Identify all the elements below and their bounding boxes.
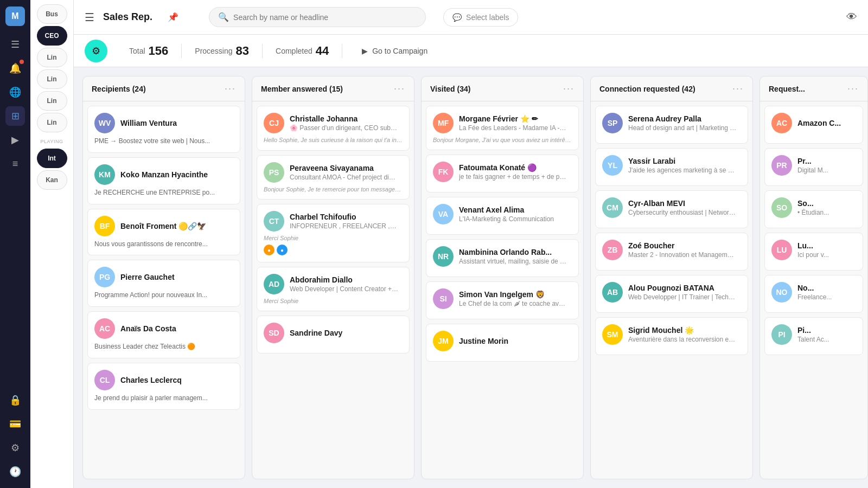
card-zoe[interactable]: ZB Zoé Boucher Master 2 - Innovation et …	[595, 233, 748, 271]
avatar-amazon: AC	[771, 113, 792, 133]
completed-value: 44	[316, 44, 329, 58]
card-text-koko: Je RECHERCHE une ENTREPRISE po...	[94, 188, 233, 197]
card-subtitle-serena: Head of design and art | Marketing I ...	[628, 124, 737, 132]
pin-icon[interactable]: 📌	[168, 12, 178, 22]
column-recipients: Recipients (24) ··· WV William Ventura P…	[82, 76, 245, 479]
card-serena[interactable]: SP Serena Audrey Palla Head of design an…	[595, 106, 748, 144]
campaign-label: Go to Campaign	[372, 47, 427, 55]
sidebar-icon-play[interactable]: ▶	[5, 130, 25, 150]
sidebar-icon-card[interactable]: 💳	[5, 414, 25, 434]
avatar-william: WV	[94, 113, 115, 133]
card-lu[interactable]: LU Lu... Ici pour v...	[764, 233, 863, 271]
avatar-no: NO	[771, 282, 792, 303]
card-so[interactable]: SO So... • Étudian...	[764, 190, 863, 228]
main-area: ☰ Sales Rep. 📌 🔍 💬 Select labels 👁 ⚙ Tot…	[74, 0, 868, 488]
avatar-alou: AB	[602, 282, 623, 303]
nav-chip-bus[interactable]: Bus	[37, 4, 67, 24]
processing-label: Processing	[195, 47, 232, 55]
card-justine[interactable]: JM Justine Morin	[426, 324, 579, 362]
avatar-fatoumata: FK	[433, 162, 454, 182]
col-body-recipients: WV William Ventura PME → Boostez votre s…	[83, 101, 245, 479]
card-abdorahim[interactable]: AD Abdorahim Diallo Web Developer | Cont…	[257, 267, 410, 311]
sidebar-icon-globe[interactable]: 🌐	[5, 82, 25, 102]
card-morgane[interactable]: MF Morgane Février ⭐ ✏ La Fée des Leader…	[426, 106, 579, 150]
col-title-visited: Visited (34)	[430, 85, 470, 93]
col-body-answered: CJ Christalle Johanna 🌸 Passer d'un diri…	[252, 101, 414, 479]
sidebar-icon-grid[interactable]: ⊞	[5, 106, 25, 126]
sidebar-icon-menu[interactable]: ☰	[5, 35, 25, 54]
go-to-campaign-btn[interactable]: ▶ Go to Campaign	[355, 43, 434, 59]
card-pr[interactable]: PR Pr... Digital M...	[764, 148, 863, 186]
col-more-partial[interactable]: ···	[847, 83, 859, 94]
avatar-lu: LU	[771, 240, 792, 260]
card-text-anais: Business Leader chez Teleactis 🟠	[94, 342, 233, 351]
card-subtitle-abdorahim: Web Developer | Content Creator +5...	[290, 285, 398, 293]
col-more-visited[interactable]: ···	[563, 83, 575, 94]
nav-chip-lin3[interactable]: Lin	[37, 91, 67, 111]
card-cyralban[interactable]: CM Cyr-Alban MEVI Cybersecurity enthousi…	[595, 190, 748, 228]
processing-stat: Processing 83	[182, 44, 263, 58]
sidebar-icon-list[interactable]: ≡	[5, 154, 25, 174]
col-more-recipients[interactable]: ···	[225, 83, 236, 94]
card-charles[interactable]: CL Charles Leclercq Je prend du plaisir …	[87, 363, 240, 410]
card-name-charles: Charles Leclercq	[120, 376, 182, 384]
card-christalle[interactable]: CJ Christalle Johanna 🌸 Passer d'un diri…	[257, 106, 410, 151]
card-pierre[interactable]: PG Pierre Gauchet Programme Action! pour…	[87, 260, 240, 307]
avatar-koko: KM	[94, 164, 115, 185]
col-body-connection: SP Serena Audrey Palla Head of design an…	[591, 101, 752, 479]
labels-selector[interactable]: 💬 Select labels	[443, 8, 518, 27]
stats-settings-icon[interactable]: ⚙	[85, 40, 107, 62]
card-venant[interactable]: VA Venant Axel Alima L'IA-Marketing & Co…	[426, 197, 579, 235]
card-subtitle-pi: Talent Ac...	[797, 336, 856, 343]
nav-chip-lin2[interactable]: Lin	[37, 69, 67, 89]
card-name-christalle: Christalle Johanna	[290, 114, 403, 123]
playing-label: PLAYING	[41, 139, 63, 144]
search-bar[interactable]: 🔍	[209, 7, 426, 27]
card-fatoumata[interactable]: FK Fatoumata Konaté 🟣 je te fais gagner …	[426, 155, 579, 192]
nav-chip-lin1[interactable]: Lin	[37, 48, 67, 67]
search-input[interactable]	[233, 13, 417, 22]
card-subtitle-nambinina: Assistant virtuel, mailing, saisie de do…	[459, 258, 567, 265]
avatar-so: SO	[771, 197, 792, 218]
campaign-icon: ▶	[362, 47, 368, 55]
col-more-answered[interactable]: ···	[394, 83, 405, 94]
card-charbel[interactable]: CT Charbel Tchifoufio INFOPRENEUR , FREE…	[257, 204, 410, 262]
card-alou[interactable]: AB Alou Pougnozi BATANA Web Developper |…	[595, 275, 748, 313]
card-subtitle-so: • Étudian...	[797, 209, 856, 216]
avatar-peraveena: PS	[264, 162, 284, 183]
nav-chip-ceo[interactable]: CEO	[37, 26, 67, 46]
card-pi[interactable]: PI Pi... Talent Ac...	[764, 317, 863, 355]
card-subtitle-zoe: Master 2 - Innovation et Managemen...	[628, 251, 737, 259]
sidebar-icon-clock[interactable]: 🕐	[5, 462, 25, 481]
card-peraveena[interactable]: PS Peraveena Sivayanama Consultant AMOA …	[257, 155, 410, 200]
card-name-pr: Pr...	[797, 157, 856, 165]
card-william[interactable]: WV William Ventura PME → Boostez votre s…	[87, 106, 240, 153]
nav-chip-int[interactable]: Int	[37, 149, 67, 168]
sidebar-icon-lock[interactable]: 🔒	[5, 390, 25, 410]
header-menu-icon[interactable]: ☰	[85, 11, 94, 24]
col-body-partial: AC Amazon C... PR Pr... Digital M...	[760, 101, 867, 479]
card-name-sigrid: Sigrid Mouchel 🌟	[628, 326, 741, 335]
nav-chip-kan[interactable]: Kan	[37, 170, 67, 190]
card-no[interactable]: NO No... Freelance...	[764, 275, 863, 313]
card-benoit[interactable]: BF Benoît Froment 🟡🔗🦅 Nous vous garantis…	[87, 209, 240, 256]
card-subtitle-cyralban: Cybersecurity enthousiast | Network ...	[628, 209, 737, 216]
col-body-visited: MF Morgane Février ⭐ ✏ La Fée des Leader…	[422, 101, 583, 479]
sidebar-icon-notification[interactable]: 🔔	[5, 59, 25, 78]
card-amazon[interactable]: AC Amazon C...	[764, 106, 863, 144]
app-logo[interactable]: M	[5, 7, 25, 26]
card-sigrid[interactable]: SM Sigrid Mouchel 🌟 Aventurière dans la …	[595, 317, 748, 355]
card-anais[interactable]: AC Anaïs Da Costa Business Leader chez T…	[87, 311, 240, 358]
card-yassir[interactable]: YL Yassir Larabi J'aide les agences mark…	[595, 148, 748, 186]
card-koko[interactable]: KM Koko Manzan Hyacinthe Je RECHERCHE un…	[87, 157, 240, 204]
header-view-icon[interactable]: 👁	[846, 11, 857, 23]
sidebar-icon-settings[interactable]: ⚙	[5, 438, 25, 458]
card-simon[interactable]: SI Simon Van Ingelgem 🦁 Le Chef de la co…	[426, 281, 579, 319]
card-sandrine[interactable]: SD Sandrine Davy	[257, 316, 410, 354]
card-name-nambinina: Nambinina Orlando Rab...	[459, 248, 572, 256]
nav-chip-lin4[interactable]: Lin	[37, 113, 67, 132]
col-more-connection[interactable]: ···	[732, 83, 744, 94]
card-subtitle-peraveena: Consultant AMOA - Chef project digit...	[290, 174, 398, 181]
card-subtitle-no: Freelance...	[797, 293, 856, 301]
card-nambinina[interactable]: NR Nambinina Orlando Rab... Assistant vi…	[426, 239, 579, 277]
